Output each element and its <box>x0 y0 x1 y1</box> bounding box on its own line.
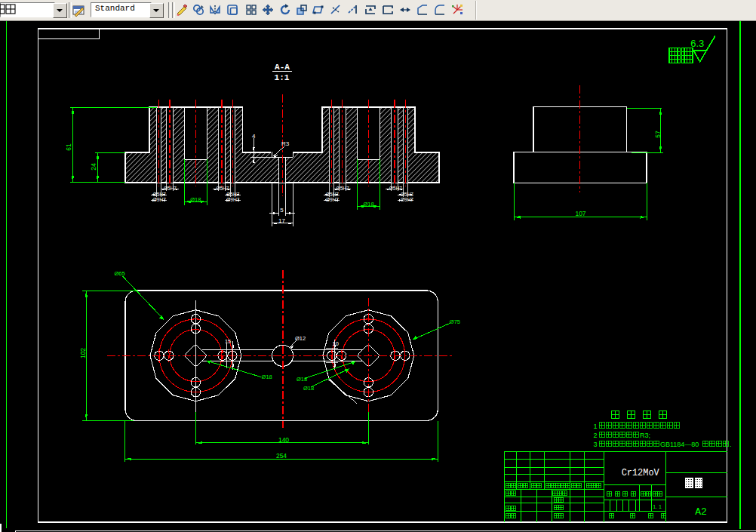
svg-text:1. 1: 1. 1 <box>653 504 662 509</box>
svg-text:Ø9H7: Ø9H7 <box>326 197 339 202</box>
svg-text:Ø5H7: Ø5H7 <box>153 192 166 197</box>
svg-text:Ø5H7: Ø5H7 <box>389 186 402 191</box>
svg-text:GB1184—80: GB1184—80 <box>660 441 699 448</box>
svg-text:Ø5H7: Ø5H7 <box>164 186 177 191</box>
svg-text:3: 3 <box>594 441 598 448</box>
svg-text:Ø18: Ø18 <box>303 385 314 392</box>
svg-text:A2: A2 <box>695 506 707 518</box>
svg-text:57: 57 <box>654 131 662 138</box>
svg-text:R3;: R3; <box>640 432 650 439</box>
svg-text:102: 102 <box>79 348 87 358</box>
svg-text:1: 1 <box>594 423 598 430</box>
svg-text:Ø12: Ø12 <box>295 335 306 342</box>
svg-text:107: 107 <box>575 210 585 217</box>
svg-text:Ø5H7: Ø5H7 <box>226 192 239 197</box>
svg-text:Cr12MoV: Cr12MoV <box>622 467 660 478</box>
svg-text:15: 15 <box>225 338 231 345</box>
svg-text:Ø18: Ø18 <box>262 374 272 380</box>
svg-text:17: 17 <box>278 217 285 224</box>
svg-text:R3: R3 <box>281 140 290 147</box>
svg-text:A-A: A-A <box>275 63 290 72</box>
svg-text:Ø5H7: Ø5H7 <box>337 186 349 191</box>
svg-text:.: . <box>730 441 732 448</box>
svg-text:Ø9H7: Ø9H7 <box>153 197 166 202</box>
svg-text:6.3: 6.3 <box>690 38 704 49</box>
svg-text:Ø18: Ø18 <box>297 376 307 383</box>
svg-text:Ø5H7: Ø5H7 <box>401 192 413 197</box>
svg-text:1:1: 1:1 <box>275 73 290 82</box>
svg-text:140: 140 <box>278 436 289 444</box>
svg-text:Ø5H7: Ø5H7 <box>216 186 229 191</box>
svg-text:Ø65: Ø65 <box>115 270 125 277</box>
svg-text:Ø9H7: Ø9H7 <box>226 197 239 202</box>
svg-text:Ø9H7: Ø9H7 <box>401 197 413 202</box>
svg-text:Ø75: Ø75 <box>450 318 460 325</box>
svg-text:Ø18: Ø18 <box>364 201 374 208</box>
svg-text:254: 254 <box>276 452 287 460</box>
svg-text:2: 2 <box>594 432 598 439</box>
svg-text:Ø18: Ø18 <box>190 196 201 203</box>
svg-text:61: 61 <box>65 143 72 151</box>
svg-text:24: 24 <box>90 163 97 171</box>
svg-text:4: 4 <box>252 133 256 140</box>
svg-text:5: 5 <box>280 207 284 214</box>
svg-text:Ø5H7: Ø5H7 <box>326 192 339 197</box>
